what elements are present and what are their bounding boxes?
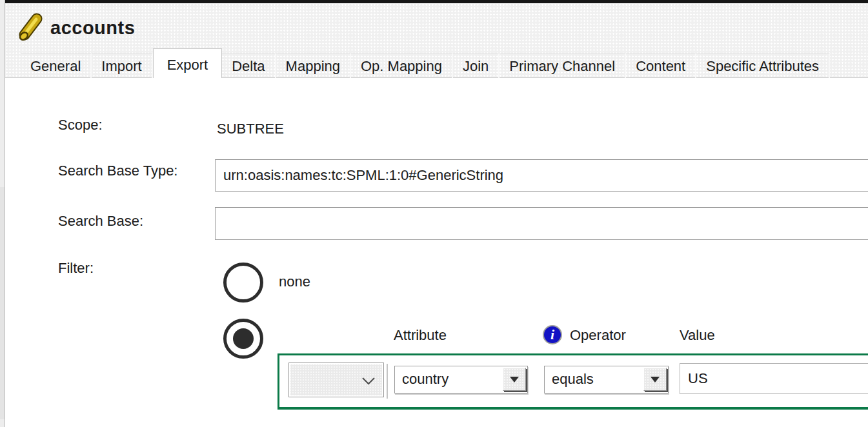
- tab-import[interactable]: Import: [92, 53, 152, 78]
- scope-label: Scope:: [58, 117, 103, 134]
- tab-delta[interactable]: Delta: [222, 53, 276, 78]
- tab-content[interactable]: Content: [626, 53, 696, 78]
- tab-op-mapping[interactable]: Op. Mapping: [351, 53, 453, 78]
- filter-value-input[interactable]: [680, 363, 868, 394]
- filter-custom-radio[interactable]: [223, 319, 263, 359]
- filter-none-label: none: [279, 273, 310, 290]
- tab-primary-channel[interactable]: Primary Channel: [500, 53, 626, 78]
- tab-general[interactable]: General: [21, 53, 92, 78]
- chevron-down-icon: [361, 376, 376, 388]
- header: accounts: [17, 13, 135, 43]
- search-base-type-label: Search Base Type:: [58, 163, 178, 179]
- info-icon[interactable]: i: [543, 325, 562, 344]
- driver-config-window: accounts General Import Export Delta Map…: [0, 0, 868, 427]
- tab-specific-attributes[interactable]: Specific Attributes: [696, 53, 830, 78]
- filter-column-operator: Operator: [570, 327, 626, 344]
- tab-export[interactable]: Export: [153, 48, 223, 78]
- filter-column-attribute: Attribute: [394, 327, 447, 344]
- filter-none-radio[interactable]: [223, 263, 263, 303]
- search-base-type-input[interactable]: [215, 159, 868, 192]
- arrow-down-icon: [651, 377, 660, 382]
- search-base-input[interactable]: [215, 207, 868, 240]
- left-gutter: [0, 0, 5, 427]
- tab-bar: General Import Export Delta Mapping Op. …: [21, 48, 830, 78]
- attribute-dropdown-arrow-button[interactable]: [503, 368, 526, 391]
- operator-dropdown-arrow-button[interactable]: [643, 368, 667, 391]
- left-gutter-lower: [0, 187, 5, 419]
- filter-column-value: Value: [680, 327, 715, 344]
- operator-dropdown[interactable]: equals: [544, 366, 669, 393]
- filter-label: Filter:: [58, 260, 94, 277]
- search-base-label: Search Base:: [58, 213, 143, 230]
- page-title: accounts: [50, 17, 135, 39]
- attribute-dropdown[interactable]: country: [394, 366, 528, 393]
- tab-join[interactable]: Join: [453, 53, 500, 78]
- pen-icon: [17, 13, 44, 43]
- tab-mapping[interactable]: Mapping: [276, 53, 351, 78]
- conjunction-dropdown[interactable]: [288, 362, 384, 397]
- scope-value: SUBTREE: [217, 121, 284, 137]
- arrow-down-icon: [510, 377, 519, 382]
